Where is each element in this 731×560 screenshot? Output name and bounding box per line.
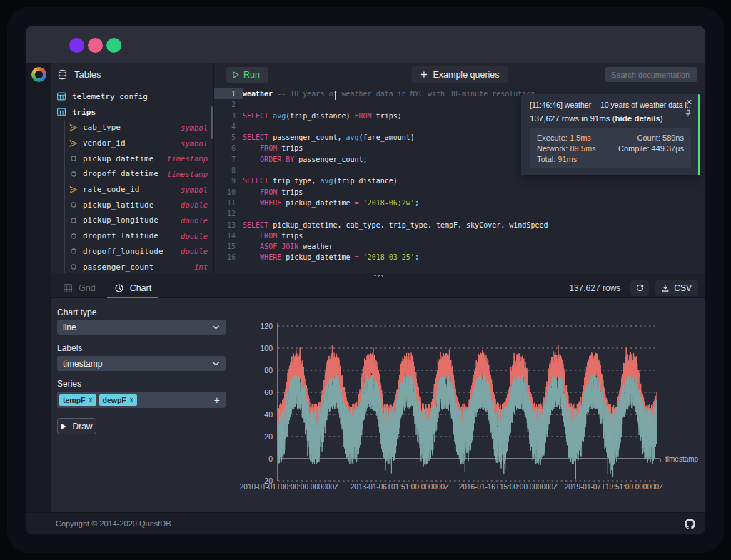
line-number: 4 <box>214 121 243 132</box>
sidebar-table-trips[interactable]: trips <box>51 104 213 120</box>
line-number: 14 <box>214 230 243 241</box>
play-icon <box>61 423 67 430</box>
line-number: 13 <box>214 220 243 230</box>
code-line-9: SELECT trip_type, avg(trip_distance) <box>243 175 705 186</box>
pin-icon[interactable] <box>685 109 692 117</box>
notification-metrics: Execute: 1.5ms Network: 89.5ms Total: 91… <box>530 128 691 168</box>
remove-tag-icon[interactable]: x <box>130 396 133 404</box>
traffic-light-maximize[interactable] <box>106 38 121 53</box>
tab-chart-label: Chart <box>130 283 152 293</box>
remove-tag-icon[interactable]: x <box>89 396 93 404</box>
download-icon <box>661 284 670 292</box>
chart-type-value: line <box>63 322 76 332</box>
chart-type-select[interactable]: line <box>57 320 226 335</box>
traffic-light-close[interactable] <box>69 38 84 53</box>
column-name: dropoff_longitude <box>83 247 163 256</box>
app-window: Tables Run Example queries </> telemetry… <box>26 26 705 534</box>
column-type: double <box>181 247 208 255</box>
sidebar-column-pickup_datetime[interactable]: pickup_datetimetimestamp <box>51 151 213 166</box>
symbol-column-icon <box>69 185 78 194</box>
labels-label: Labels <box>57 343 82 353</box>
svg-text:timestamp: timestamp <box>665 455 699 463</box>
column-name: cab_type <box>83 123 121 132</box>
code-line-13: SELECT pickup_datetime, cab_type, trip_t… <box>243 220 705 230</box>
column-type: timestamp <box>167 154 208 163</box>
close-icon[interactable]: ✕ <box>686 98 692 106</box>
line-number: 5 <box>214 132 243 143</box>
column-name: vendor_id <box>83 138 126 148</box>
column-icon <box>69 200 78 209</box>
questdb-logo-icon <box>31 67 46 82</box>
column-icon <box>69 154 78 163</box>
example-queries-button[interactable]: Example queries <box>411 66 508 83</box>
grid-icon <box>63 283 73 293</box>
line-number: 6 <box>214 143 243 153</box>
sidebar-column-dropoff_latitude[interactable]: dropoff_latitudedouble <box>51 228 213 244</box>
footer: Copyright © 2014-2020 QuestDB <box>26 512 705 534</box>
text-cursor <box>335 91 336 100</box>
series-tag-tempF[interactable]: tempFx <box>59 394 96 406</box>
run-label: Run <box>243 70 260 80</box>
questdb-logo[interactable] <box>26 63 51 86</box>
add-series-button[interactable]: + <box>214 394 220 406</box>
tables-header: Tables <box>51 63 214 86</box>
tab-chart[interactable]: Chart <box>107 278 159 297</box>
query-notification: [11:46:46] weather -- 10 years of weathe… <box>521 94 700 175</box>
github-icon[interactable] <box>685 519 695 529</box>
sidebar-column-dropoff_datetime[interactable]: dropoff_datetimetimestamp <box>51 166 213 182</box>
code-line-10: FROM trips <box>243 187 705 198</box>
column-icon <box>69 247 78 255</box>
sidebar-scrollbar[interactable] <box>211 106 213 139</box>
run-button[interactable]: Run <box>226 67 268 83</box>
svg-text:2019-01-07T19:51:00.000000Z: 2019-01-07T19:51:00.000000Z <box>565 483 663 491</box>
chevron-down-icon <box>212 361 220 367</box>
sidebar-column-pickup_latitude[interactable]: pickup_latitudedouble <box>51 197 213 213</box>
example-queries-label: Example queries <box>433 70 499 80</box>
svg-text:0: 0 <box>268 454 273 463</box>
svg-text:100: 100 <box>260 344 273 352</box>
line-number: 12 <box>214 208 243 219</box>
tab-grid[interactable]: Grid <box>56 278 103 297</box>
sidebar-table-telemetry_config[interactable]: telemetry_config <box>51 88 213 104</box>
svg-text:20: 20 <box>264 432 273 441</box>
sidebar-column-passenger_count[interactable]: passenger_countint <box>51 259 213 273</box>
code-line-14: FROM trips <box>243 230 705 241</box>
code-line-16: WHERE pickup_datetime = '2018-03-25'; <box>243 252 705 263</box>
titlebar <box>26 26 705 63</box>
sidebar-column-pickup_longitude[interactable]: pickup_longitudedouble <box>51 213 213 228</box>
series-input[interactable]: tempFxdewpFx + <box>57 392 226 408</box>
search-documentation-input[interactable] <box>605 67 697 82</box>
editor-toolbar: Run Example queries <box>214 63 705 86</box>
hide-details-link[interactable]: hide details <box>615 114 660 123</box>
sidebar-column-rate_code_id[interactable]: rate_code_idsymbol <box>51 182 213 198</box>
play-icon <box>233 71 239 78</box>
draw-button[interactable]: Draw <box>57 418 96 434</box>
editor-gutter: 12345678910111213141516 <box>214 88 243 273</box>
traffic-light-minimize[interactable] <box>88 38 103 53</box>
column-type: symbol <box>181 139 208 148</box>
svg-text:120: 120 <box>260 322 273 330</box>
notification-title: [11:46:46] weather -- 10 years of weathe… <box>530 101 691 109</box>
series-tag-dewpF[interactable]: dewpFx <box>99 394 137 406</box>
line-chart[interactable]: 120100806040200-202010-01-01T00:00:00.00… <box>221 320 700 508</box>
notification-summary: 137,627 rows in 91ms (hide details) <box>530 114 691 123</box>
database-icon <box>57 69 68 80</box>
svg-text:40: 40 <box>264 410 273 419</box>
symbol-column-icon <box>69 139 78 148</box>
svg-text:80: 80 <box>264 366 273 375</box>
column-name: dropoff_datetime <box>83 169 158 178</box>
line-number: 3 <box>214 111 243 121</box>
tables-sidebar: telemetry_configtripscab_typesymbolvendo… <box>51 86 214 273</box>
csv-download-button[interactable]: CSV <box>655 280 698 296</box>
sidebar-column-cab_type[interactable]: cab_typesymbol <box>51 120 213 136</box>
table-icon <box>56 91 66 101</box>
sidebar-column-dropoff_longitude[interactable]: dropoff_longitudedouble <box>51 244 213 260</box>
results-tabbar: Grid Chart 137,627 rows CSV <box>51 278 705 298</box>
line-number: 2 <box>214 99 243 110</box>
column-name: pickup_longitude <box>83 215 158 225</box>
refresh-button[interactable] <box>630 280 649 296</box>
panel-splitter[interactable] <box>51 273 705 278</box>
left-rail-lower <box>26 86 51 512</box>
labels-select[interactable]: timestamp <box>57 356 226 371</box>
sidebar-column-vendor_id[interactable]: vendor_idsymbol <box>51 136 213 151</box>
